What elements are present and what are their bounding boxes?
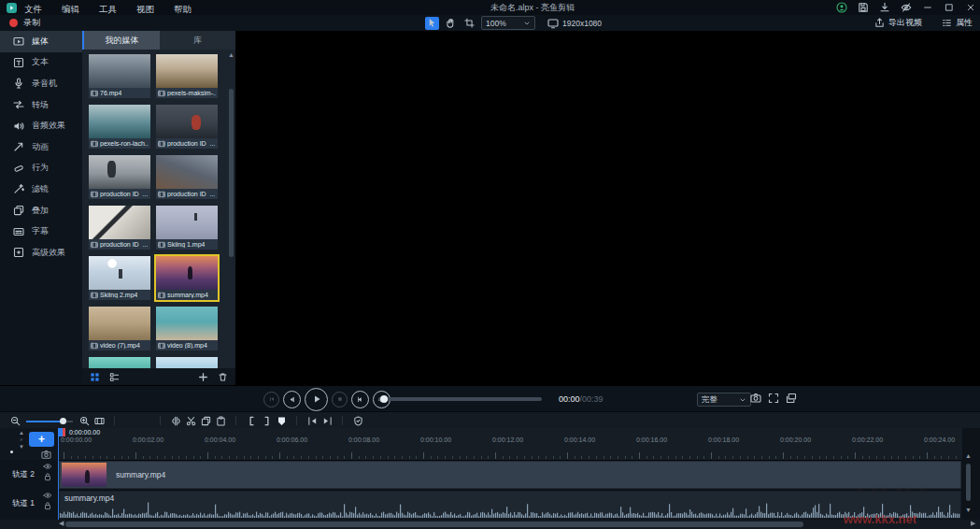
timeline-vertical-scrollbar[interactable]: ▲ ▼ [964, 452, 973, 520]
audio-clip[interactable]: summary.mp4 [59, 491, 961, 519]
mark-in-button[interactable] [244, 414, 259, 427]
track-header-2[interactable]: 轨道 2 [0, 460, 58, 489]
sidebar-item-10[interactable]: 高级效果 [0, 242, 82, 264]
timeline-hscroll-thumb[interactable] [65, 522, 803, 527]
sidebar-item-4[interactable]: 音频效果 [0, 115, 82, 136]
undo-button[interactable] [122, 414, 137, 427]
media-item-10[interactable]: video (7).mp4 [89, 307, 150, 350]
marker-button[interactable] [274, 414, 289, 427]
media-tab-0[interactable]: 我的媒体 [82, 31, 160, 50]
properties-button[interactable]: 属性 [942, 17, 973, 29]
sidebar-item-0[interactable]: 媒体 [0, 31, 82, 52]
scroll-right-icon[interactable]: ▶ [971, 520, 975, 527]
media-item-partial[interactable] [89, 357, 150, 368]
add-track-button[interactable]: + [29, 432, 54, 447]
hand-tool-button[interactable] [444, 17, 458, 30]
timeline-vscroll-thumb[interactable] [966, 464, 971, 501]
crop-tool-button[interactable] [462, 17, 476, 30]
menu-item-4[interactable]: 帮助 [174, 4, 192, 14]
export-video-button[interactable]: 导出视频 [874, 17, 922, 29]
timeline-horizontal-scrollbar[interactable]: ◀ ▶ [0, 520, 980, 529]
preview-viewport[interactable] [235, 31, 980, 385]
media-item-8[interactable]: Skiing 2.mp4 [89, 256, 150, 300]
fullscreen-icon[interactable] [768, 393, 779, 404]
preview-quality-select[interactable]: 完整 [697, 393, 751, 407]
menu-item-1[interactable]: 编辑 [62, 4, 79, 14]
media-item-5[interactable]: production ID_... [156, 155, 218, 199]
scroll-left-icon[interactable]: ◀ [59, 520, 64, 527]
add-media-icon[interactable] [198, 372, 208, 382]
list-view-icon[interactable] [109, 372, 120, 382]
close-icon[interactable] [965, 2, 976, 13]
next-frame-button[interactable] [351, 391, 369, 408]
media-scrollbar-thumb[interactable] [229, 89, 234, 257]
prev-point-button[interactable] [305, 414, 320, 427]
media-item-11[interactable]: video (8).mp4 [156, 307, 218, 350]
menu-item-2[interactable]: 工具 [99, 4, 117, 14]
zoom-in-button[interactable] [77, 414, 92, 427]
cursor-tool-button[interactable] [425, 17, 439, 30]
sidebar-item-5[interactable]: 动画 [0, 136, 82, 158]
zoom-in-icon [79, 416, 90, 426]
scroll-up-icon[interactable]: ▲ [228, 51, 234, 58]
playhead-handle[interactable] [58, 428, 66, 436]
scroll-down-icon[interactable]: ▼ [965, 507, 972, 513]
sidebar-item-1[interactable]: 文本 [0, 52, 82, 74]
track-visibility-icon[interactable] [43, 491, 52, 499]
media-item-6[interactable]: production ID_... [89, 206, 150, 250]
media-thumbnail [89, 155, 150, 189]
save-icon[interactable] [858, 2, 869, 13]
media-item-9[interactable]: summary.mp4 [156, 256, 218, 300]
media-item-2[interactable]: pexels-ron-lach... [89, 105, 150, 149]
grid-view-icon[interactable] [90, 372, 100, 382]
sidebar-item-6[interactable]: 行为 [0, 158, 82, 179]
media-item-4[interactable]: production ID_... [89, 155, 150, 199]
sidebar-item-2[interactable]: 录音机 [0, 73, 82, 94]
sidebar-item-7[interactable]: 滤镜 [0, 179, 82, 200]
shield-marker-button[interactable] [350, 414, 365, 427]
audio-effects-icon [12, 120, 24, 132]
sidebar-item-8[interactable]: 叠加 [0, 200, 82, 222]
media-tab-1[interactable]: 库 [160, 31, 235, 50]
video-clip[interactable]: summary.mp4 [59, 461, 961, 489]
minimize-icon[interactable] [922, 2, 933, 13]
menu-item-0[interactable]: 文件 [24, 4, 42, 14]
account-icon[interactable] [836, 2, 847, 13]
media-item-partial[interactable] [156, 357, 218, 368]
track-lock-icon[interactable] [43, 501, 52, 509]
maximize-icon[interactable] [944, 2, 955, 13]
media-scrollbar[interactable]: ▲ ▼ [228, 51, 234, 388]
scroll-up-icon[interactable]: ▲ [965, 452, 972, 459]
menu-item-3[interactable]: 视图 [136, 4, 154, 14]
track-visibility-icon[interactable] [43, 462, 52, 470]
playhead-line[interactable] [58, 428, 59, 520]
snapshot-track-icon[interactable] [41, 450, 51, 459]
sidebar-item-3[interactable]: 转场 [0, 94, 82, 116]
timeline-zoom-slider[interactable] [26, 414, 73, 427]
sidebar-item-9[interactable]: 字幕 [0, 221, 82, 242]
zoom-out-button[interactable] [7, 414, 22, 427]
media-item-3[interactable]: production ID_... [156, 105, 218, 149]
track-lock-icon[interactable] [43, 472, 52, 480]
delete-media-icon[interactable] [218, 372, 228, 382]
snapshot-icon[interactable] [750, 393, 761, 404]
media-item-0[interactable]: 76.mp4 [89, 54, 150, 98]
timeline-ruler[interactable]: 0:00:00.00 0:00:00.000:00:02.000:00:04.0… [58, 428, 962, 461]
fit-timeline-button[interactable] [92, 414, 107, 427]
next-point-button[interactable] [320, 414, 334, 427]
record-button[interactable]: 录制 [9, 17, 40, 29]
seek-knob[interactable] [380, 395, 388, 403]
zoom-slider-knob[interactable] [60, 418, 66, 424]
zoom-level-select[interactable]: 100% [481, 16, 535, 30]
media-item-1[interactable]: pexels-maksim-... [156, 54, 218, 98]
track-header-1[interactable]: 轨道 1 [0, 489, 58, 518]
timeline-mini-controls[interactable]: ▲⌕▼ [19, 430, 24, 450]
visibility-icon[interactable] [901, 2, 912, 13]
prev-frame-button[interactable] [283, 391, 301, 408]
mark-out-button[interactable] [259, 414, 274, 427]
media-item-7[interactable]: Skiing 1.mp4 [156, 206, 218, 250]
play-button[interactable] [305, 388, 328, 411]
seek-bar[interactable] [378, 397, 542, 401]
panels-icon[interactable] [786, 393, 797, 404]
download-icon[interactable] [879, 2, 890, 13]
